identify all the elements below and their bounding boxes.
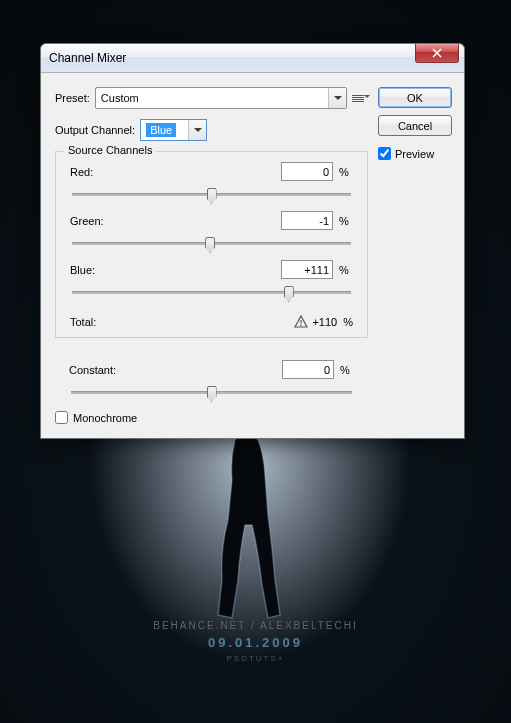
preset-value: Custom — [101, 92, 139, 104]
constant-label: Constant: — [69, 364, 282, 376]
dialog-title: Channel Mixer — [49, 51, 126, 65]
chevron-down-icon — [328, 88, 346, 108]
constant-slider[interactable] — [71, 383, 352, 401]
chevron-down-icon — [188, 120, 206, 140]
preset-dropdown[interactable]: Custom — [95, 87, 347, 109]
pct-label: % — [339, 166, 353, 178]
pct-label: % — [339, 264, 353, 276]
output-channel-label: Output Channel: — [55, 124, 135, 136]
bg-date: 09.01.2009 — [0, 635, 511, 650]
pct-label: % — [339, 215, 353, 227]
red-input[interactable] — [281, 162, 333, 181]
green-slider[interactable] — [72, 234, 351, 252]
blue-slider[interactable] — [72, 283, 351, 301]
preset-label: Preset: — [55, 92, 90, 104]
red-label: Red: — [70, 166, 281, 178]
close-button[interactable] — [415, 44, 459, 63]
blue-input[interactable] — [281, 260, 333, 279]
preview-checkbox[interactable] — [378, 147, 391, 160]
cancel-button[interactable]: Cancel — [378, 115, 452, 136]
monochrome-label: Monochrome — [73, 412, 137, 424]
close-icon — [432, 48, 442, 58]
green-label: Green: — [70, 215, 281, 227]
pct-label: % — [340, 364, 354, 376]
bg-silhouette — [180, 430, 320, 620]
preview-option[interactable]: Preview — [378, 147, 452, 160]
svg-point-1 — [301, 325, 303, 327]
bg-site: PSDTUTS+ — [0, 654, 511, 663]
bg-credit: BEHANCE.NET / ALEXBELTECHI — [0, 620, 511, 631]
ok-button[interactable]: OK — [378, 87, 452, 108]
blue-label: Blue: — [70, 264, 281, 276]
output-channel-dropdown[interactable]: Blue — [140, 119, 207, 141]
output-channel-value: Blue — [146, 123, 176, 137]
total-value: +110 — [312, 316, 337, 328]
green-input[interactable] — [281, 211, 333, 230]
titlebar[interactable]: Channel Mixer — [41, 44, 464, 73]
channel-mixer-dialog: Channel Mixer Preset: Custom Output Chan… — [40, 43, 465, 439]
red-slider[interactable] — [72, 185, 351, 203]
monochrome-checkbox[interactable] — [55, 411, 68, 424]
monochrome-option[interactable]: Monochrome — [55, 411, 368, 424]
source-channels-group: Source Channels Red: % Green: % — [55, 151, 368, 338]
preset-options-icon[interactable] — [352, 91, 368, 105]
preview-label: Preview — [395, 148, 434, 160]
constant-input[interactable] — [282, 360, 334, 379]
pct-label: % — [343, 316, 353, 328]
total-label: Total: — [70, 316, 294, 328]
source-channels-legend: Source Channels — [64, 144, 156, 156]
warning-icon — [294, 315, 308, 329]
